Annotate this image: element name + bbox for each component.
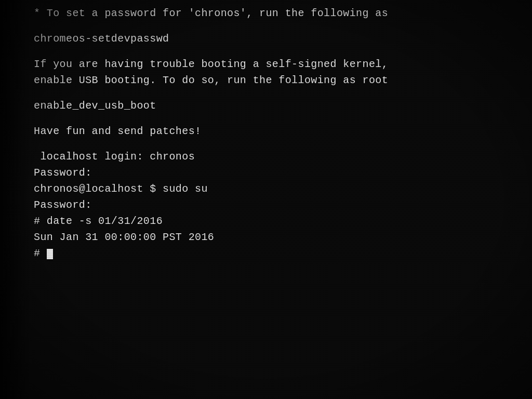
terminal-line-1: * To set a password for 'chronos', run t… (34, 5, 532, 21)
terminal-line-8: enable_dev_usb_boot (34, 98, 532, 114)
terminal-password-2: Password: (34, 197, 532, 213)
terminal-cursor (47, 249, 53, 259)
terminal-line-10: Have fun and send patches! (34, 123, 532, 139)
terminal-content[interactable]: * To set a password for 'chronos', run t… (29, 0, 532, 399)
terminal-date-command: # date -s 01/31/2016 (34, 213, 532, 229)
terminal-line-3: chromeos-setdevpasswd (34, 31, 532, 47)
terminal-line-5: If you are having trouble booting a self… (34, 56, 532, 72)
spacer-2 (34, 47, 532, 56)
terminal-screen: * To set a password for 'chronos', run t… (0, 0, 532, 399)
terminal-password-1: Password: (34, 165, 532, 181)
terminal-prompt-active[interactable]: # (34, 245, 532, 261)
terminal-date-output: Sun Jan 31 00:00:00 PST 2016 (34, 229, 532, 245)
spacer-1 (34, 21, 532, 31)
terminal-line-6: enable USB booting. To do so, run the fo… (34, 72, 532, 88)
spacer-5 (34, 139, 532, 149)
spacer-4 (34, 114, 532, 123)
terminal-sudo-command: chronos@localhost $ sudo su (34, 181, 532, 197)
terminal-login-prompt: localhost login: chronos (34, 149, 532, 165)
spacer-3 (34, 88, 532, 98)
